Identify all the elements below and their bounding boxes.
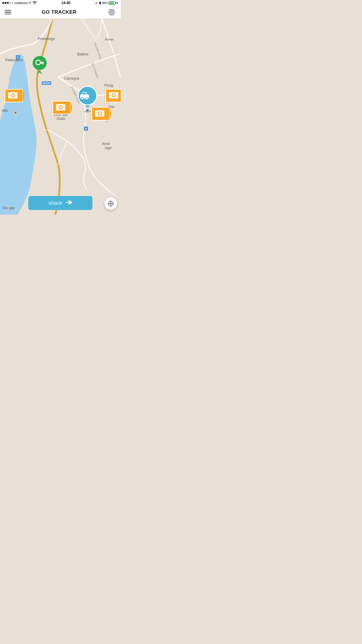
bus-stop-icon: B — [16, 55, 20, 59]
svg-rect-35 — [113, 92, 115, 93]
svg-rect-21 — [59, 104, 62, 105]
camera-flag-4[interactable] — [104, 88, 121, 104]
app-title: GO TRACKER — [42, 9, 76, 15]
location-signal-button[interactable] — [107, 8, 116, 17]
svg-rect-7 — [43, 63, 43, 64]
svg-rect-6 — [40, 62, 44, 63]
otta-icon: ⚙ — [13, 110, 18, 115]
camera-flag-2[interactable] — [51, 99, 72, 116]
svg-rect-36 — [105, 88, 106, 104]
label-sp229: SP229 — [42, 81, 51, 85]
svg-point-13 — [12, 94, 14, 97]
locate-button[interactable] — [104, 197, 117, 210]
svg-point-43 — [86, 109, 89, 111]
svg-rect-15 — [4, 88, 5, 104]
svg-point-1 — [110, 10, 113, 14]
svg-rect-14 — [12, 92, 14, 93]
svg-point-27 — [99, 112, 101, 115]
svg-point-42 — [86, 97, 88, 100]
key-marker[interactable] — [31, 55, 48, 75]
svg-marker-17 — [71, 101, 72, 114]
svg-rect-28 — [99, 110, 101, 111]
status-time: 14:40 — [61, 1, 71, 5]
share-button-label: share — [48, 200, 62, 206]
charging-icon — [116, 1, 118, 5]
svg-marker-24 — [110, 107, 111, 120]
location-arrow-icon — [95, 1, 98, 4]
svg-marker-10 — [23, 89, 24, 102]
svg-point-34 — [113, 94, 115, 97]
car-marker[interactable] — [76, 85, 97, 111]
wifi-icon — [33, 1, 37, 5]
camera-flag-1[interactable] — [3, 88, 24, 104]
crosshair-icon — [108, 200, 114, 207]
svg-point-2 — [111, 12, 112, 13]
battery-percent: 96% — [102, 1, 108, 5]
svg-point-45 — [110, 203, 112, 204]
svg-point-20 — [59, 106, 62, 108]
map-view[interactable]: Pratolungo Baltera Armer Pettenasco Via … — [0, 19, 121, 215]
status-left: vodafone IT — [2, 1, 37, 5]
carrier-label: vodafone IT — [15, 1, 31, 5]
svg-point-4 — [33, 56, 47, 70]
bluetooth-icon — [99, 1, 101, 5]
status-right: 96% — [95, 1, 118, 5]
nav-bar: GO TRACKER — [0, 6, 121, 19]
svg-rect-8 — [41, 63, 42, 64]
share-button[interactable]: share — [28, 196, 92, 210]
menu-button[interactable] — [5, 10, 11, 15]
share-arrow-icon — [66, 200, 72, 206]
svg-point-41 — [81, 97, 83, 100]
battery-icon — [109, 1, 115, 5]
status-bar: vodafone IT 14:40 96% — [0, 0, 121, 6]
svg-rect-22 — [52, 100, 53, 116]
google-logo: Google — [2, 206, 15, 210]
signal-dots — [2, 2, 13, 4]
bus-stop-icon-2: B — [84, 127, 88, 131]
